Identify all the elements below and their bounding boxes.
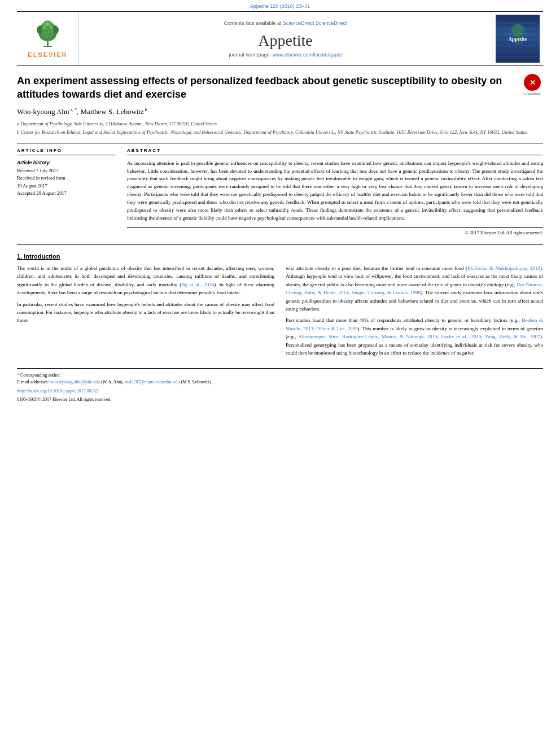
abstract-text: As increasing attention is paid to possi… [127,160,543,223]
homepage-line: journal homepage: www.elsevier.com/locat… [229,52,342,58]
email-b-author: (M.S. Lebowitz). [181,379,212,385]
svg-point-9 [50,26,53,29]
crossmark-section: ✕ CrossMark [522,74,543,97]
svg-rect-1 [43,46,52,47]
journal-citation: Appetite 120 (2018) 23–31 [250,3,310,9]
author-a-sup: a, * [69,107,77,112]
ref-oliver2005[interactable]: Oliver & Lee, 2005 [317,326,358,331]
elsevier-logo-section: ELSEVIER [17,12,79,65]
email-a-author: (W.-k. Ahn), [101,379,124,385]
email-label: E-mail addresses: [17,379,49,385]
ref-albuq2015[interactable]: Albuquerque, Stice, Rodríguez-López, Man… [298,334,437,339]
elsevier-tree-icon [32,20,63,49]
authors-line: Woo-kyoung Ahn a, *, Matthew S. Lebowitz… [17,106,543,117]
email-b[interactable]: msl2207@cumc.columbia.edu [125,379,180,385]
ref-singer1998[interactable]: Singer, Corning, & Lamias, 1998 [352,290,421,295]
intro-para3: who attribute obesity to a poor diet, be… [286,264,543,313]
journal-cover-section: Appetite [492,12,543,65]
abstract-heading: ABSTRACT [127,148,543,155]
sciencedirect-link[interactable]: ScienceDirect [283,20,314,26]
introduction-section: 1. Introduction The world is in the mids… [17,244,543,360]
cover-journal-name: Appetite [509,36,527,42]
page: Appetite 120 (2018) 23–31 [0,0,560,402]
affiliation-b: b Center for Research on Ethical, Legal … [17,129,543,136]
rule-before-article-info [17,143,543,143]
affiliation-a: a Department of Psychology, Yale Univers… [17,120,543,128]
intro-left-col: The world is in the midst of a global pa… [17,264,274,360]
intro-para2: In particular, recent studies have exami… [17,300,274,325]
email-addresses: E-mail addresses: woo-kyoung.ahn@yale.ed… [17,379,543,386]
received-date: Received 7 July 2017 [17,167,116,175]
paper-content: An experiment assessing effects of perso… [17,66,543,360]
corresponding-author-note: * Corresponding author. [17,372,543,379]
abstract-column: ABSTRACT As increasing attention is paid… [127,148,543,236]
revised-date: 19 August 2017 [17,182,116,190]
affiliations: a Department of Psychology, Yale Univers… [17,120,543,136]
sciencedirect-label: ScienceDirect [316,20,347,26]
email-a[interactable]: woo-kyoung.ahn@yale.edu [50,379,100,385]
article-info-heading: ARTICLE INFO [17,148,116,155]
doi-line: http://dx.doi.org/10.1016/j.appet.2017.0… [17,388,543,395]
journal-name-heading: Appetite [258,32,312,50]
top-citation-bar: Appetite 120 (2018) 23–31 [0,0,560,11]
intro-section-title: 1. Introduction [17,253,543,260]
paper-title: An experiment assessing effects of perso… [17,74,522,102]
page-footer: * Corresponding author. E-mail addresses… [17,368,543,402]
crossmark-icon[interactable]: ✕ [524,74,541,91]
crossmark-label: CrossMark [522,92,543,97]
intro-para4: Past studies found that more than 40% of… [286,316,543,357]
svg-point-19 [512,24,523,37]
article-history-label: Article history: [17,160,116,165]
svg-point-8 [42,26,46,29]
ref-yang2007[interactable]: Yang, Kelly, & He, 2007 [485,334,540,339]
accepted-date: Accepted 20 August 2017 [17,190,116,198]
journal-cover-image: Appetite [496,15,540,63]
intro-body-columns: The world is in the midst of a global pa… [17,264,543,360]
homepage-url[interactable]: www.elsevier.com/locate/appet [273,52,342,58]
contents-available-text: Contents lists available at ScienceDirec… [224,20,347,26]
elsevier-label: ELSEVIER [28,51,67,58]
paper-title-section: An experiment assessing effects of perso… [17,74,543,102]
svg-point-10 [46,23,49,26]
author-b-name: Matthew S. Lebowitz [81,107,144,116]
author-b-sup: b [144,107,147,112]
issn-line: 0195-6663/© 2017 Elsevier Ltd. All right… [17,397,543,402]
copyright-line: © 2017 Elsevier Ltd. All rights reserved… [127,227,543,235]
article-info-abstract-section: ARTICLE INFO Article history: Received 7… [17,148,543,236]
doi-link[interactable]: http://dx.doi.org/10.1016/j.appet.2017.0… [17,388,99,394]
article-info-column: ARTICLE INFO Article history: Received 7… [17,148,116,236]
journal-header: ELSEVIER Contents lists available at Sci… [17,11,543,66]
ref-locke2015[interactable]: Locke et al., 2015 [441,334,481,339]
received-revised-label: Received in revised form [17,174,116,182]
ref-ng2014[interactable]: Ng et al., 2014 [181,282,214,287]
intro-right-col: who attribute obesity to a poor diet, be… [286,264,543,360]
ref-mcferran2013[interactable]: McFerran & Mukhopadhyay, 2013 [467,265,540,271]
journal-center-info: Contents lists available at ScienceDirec… [79,12,492,65]
intro-para1: The world is in the midst of a global pa… [17,264,274,297]
author-a-name: Woo-kyoung Ahn [17,107,69,116]
